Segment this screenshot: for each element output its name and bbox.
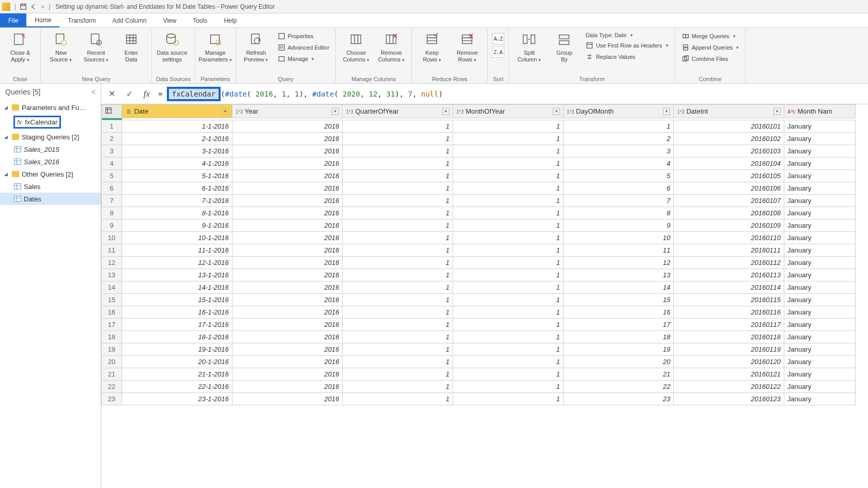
cell-year[interactable]: 2016 <box>232 182 343 195</box>
cell-monthname[interactable]: January <box>784 356 856 368</box>
cell-day[interactable]: 15 <box>563 294 674 306</box>
table-row[interactable]: 55-1-2016201611520160105January <box>102 170 856 182</box>
filter-dropdown-icon[interactable]: ▾ <box>332 108 339 115</box>
cell-date[interactable]: 17-1-2016 <box>122 319 233 331</box>
table-row[interactable]: 33-1-2016201611320160103January <box>102 145 856 158</box>
cell-monthname[interactable]: January <box>784 158 856 170</box>
cell-quarter[interactable]: 1 <box>343 120 453 133</box>
cell-year[interactable]: 2016 <box>232 269 343 281</box>
recent-sources-button[interactable]: RecentSources <box>80 30 112 64</box>
table-corner[interactable] <box>102 105 122 118</box>
tab-tools[interactable]: Tools <box>184 13 215 27</box>
cell-date[interactable]: 23-1-2016 <box>122 393 233 405</box>
combine-files-button[interactable]: Combine Files <box>679 54 741 64</box>
table-row[interactable]: 1616-1-20162016111620160116January <box>102 306 856 319</box>
collapse-sidebar-icon[interactable]: < <box>91 88 96 96</box>
tab-transform[interactable]: Transform <box>59 13 104 27</box>
data-source-settings-button[interactable]: Data sourcesettings <box>156 30 188 63</box>
cell-month[interactable]: 1 <box>453 207 564 219</box>
cell-month[interactable]: 1 <box>453 319 564 331</box>
keep-rows-button[interactable]: KeepRows <box>416 30 448 64</box>
tab-home[interactable]: Home <box>26 13 59 27</box>
cell-dateint[interactable]: 20160105 <box>674 170 784 182</box>
formula-cancel-button[interactable]: ✕ <box>105 88 118 100</box>
manage-button[interactable]: Manage <box>275 54 332 64</box>
cell-dateint[interactable]: 20160101 <box>674 120 784 133</box>
cell-dateint[interactable]: 20160104 <box>674 158 784 170</box>
cell-dateint[interactable]: 20160108 <box>674 207 784 219</box>
cell-year[interactable]: 2016 <box>232 195 343 207</box>
tree-item-fxcalendar[interactable]: fxfxCalendar <box>0 114 101 131</box>
cell-monthname[interactable]: January <box>784 120 856 133</box>
cell-dateint[interactable]: 20160106 <box>674 182 784 195</box>
row-number[interactable]: 13 <box>102 269 122 281</box>
formula-fx-button[interactable]: fx <box>141 88 153 100</box>
row-number[interactable]: 3 <box>102 145 122 158</box>
cell-monthname[interactable]: January <box>784 306 856 319</box>
cell-day[interactable]: 6 <box>563 182 674 195</box>
formula-accept-button[interactable]: ✓ <box>123 88 135 100</box>
cell-month[interactable]: 1 <box>453 170 564 182</box>
table-row[interactable]: 88-1-2016201611820160108January <box>102 207 856 219</box>
cell-dateint[interactable]: 20160119 <box>674 343 784 356</box>
cell-quarter[interactable]: 1 <box>343 319 453 331</box>
cell-year[interactable]: 2016 <box>232 368 343 381</box>
cell-quarter[interactable]: 1 <box>343 269 453 281</box>
cell-dateint[interactable]: 20160115 <box>674 294 784 306</box>
cell-monthname[interactable]: January <box>784 294 856 306</box>
cell-day[interactable]: 20 <box>563 356 674 368</box>
tree-group-staging[interactable]: ◢Staging Queries [2] <box>0 131 101 143</box>
cell-year[interactable]: 2016 <box>232 244 343 257</box>
cell-year[interactable]: 2016 <box>232 219 343 232</box>
row-number[interactable]: 14 <box>102 281 122 294</box>
tree-item-dates[interactable]: Dates <box>0 193 101 205</box>
cell-quarter[interactable]: 1 <box>343 306 453 319</box>
cell-year[interactable]: 2016 <box>232 381 343 393</box>
cell-date[interactable]: 12-1-2016 <box>122 257 233 269</box>
remove-columns-button[interactable]: RemoveColumns <box>375 30 407 64</box>
cell-day[interactable]: 19 <box>563 343 674 356</box>
cell-year[interactable]: 2016 <box>232 257 343 269</box>
col-header-quarter[interactable]: 1²3 QuarterOfYear▾ <box>343 105 453 118</box>
table-row[interactable]: 77-1-2016201611720160107January <box>102 195 856 207</box>
row-number[interactable]: 9 <box>102 219 122 232</box>
table-row[interactable]: 1010-1-20162016111020160110January <box>102 232 856 244</box>
cell-monthname[interactable]: January <box>784 244 856 257</box>
table-row[interactable]: 99-1-2016201611920160109January <box>102 219 856 232</box>
cell-dateint[interactable]: 20160118 <box>674 331 784 343</box>
cell-quarter[interactable]: 1 <box>343 331 453 343</box>
new-source-button[interactable]: NewSource <box>45 30 77 64</box>
cell-month[interactable]: 1 <box>453 381 564 393</box>
cell-quarter[interactable]: 1 <box>343 294 453 306</box>
cell-month[interactable]: 1 <box>453 294 564 306</box>
close-apply-button[interactable]: Close &Apply <box>4 30 36 64</box>
cell-date[interactable]: 7-1-2016 <box>122 195 233 207</box>
cell-day[interactable]: 12 <box>563 257 674 269</box>
cell-date[interactable]: 21-1-2016 <box>122 368 233 381</box>
cell-date[interactable]: 4-1-2016 <box>122 158 233 170</box>
cell-date[interactable]: 2-1-2016 <box>122 133 233 145</box>
table-row[interactable]: 2121-1-20162016112120160121January <box>102 368 856 381</box>
cell-quarter[interactable]: 1 <box>343 219 453 232</box>
cell-quarter[interactable]: 1 <box>343 281 453 294</box>
row-number[interactable]: 19 <box>102 343 122 356</box>
cell-quarter[interactable]: 1 <box>343 158 453 170</box>
cell-month[interactable]: 1 <box>453 393 564 405</box>
table-row[interactable]: 1717-1-20162016111720160117January <box>102 319 856 331</box>
cell-dateint[interactable]: 20160107 <box>674 195 784 207</box>
row-number[interactable]: 15 <box>102 294 122 306</box>
enter-data-button[interactable]: EnterData <box>115 30 147 63</box>
cell-monthname[interactable]: January <box>784 219 856 232</box>
cell-day[interactable]: 3 <box>563 145 674 158</box>
append-queries-button[interactable]: Append Queries <box>679 42 741 53</box>
tab-add-column[interactable]: Add Column <box>104 13 155 27</box>
cell-day[interactable]: 22 <box>563 381 674 393</box>
remove-rows-button[interactable]: RemoveRows <box>451 30 483 64</box>
choose-columns-button[interactable]: ChooseColumns <box>340 30 372 64</box>
cell-month[interactable]: 1 <box>453 343 564 356</box>
cell-day[interactable]: 10 <box>563 232 674 244</box>
table-row[interactable]: 1414-1-20162016111420160114January <box>102 281 856 294</box>
cell-dateint[interactable]: 20160111 <box>674 244 784 257</box>
cell-date[interactable]: 20-1-2016 <box>122 356 233 368</box>
cell-date[interactable]: 14-1-2016 <box>122 281 233 294</box>
